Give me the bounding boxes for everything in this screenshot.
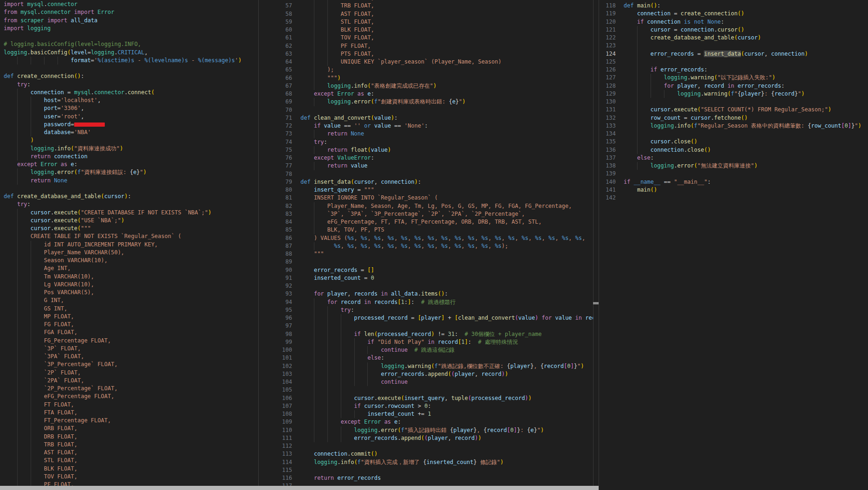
code-line[interactable]: logging.warning(f"{player}: {record}") xyxy=(624,90,868,98)
code-line[interactable]: `3P_Percentage` FLOAT, xyxy=(4,361,258,368)
line-number[interactable]: 65 xyxy=(259,66,292,74)
code-line[interactable]: logging.warning(f"跳過記錄,欄位數不正確: {player},… xyxy=(300,362,593,370)
pane-divider-left[interactable] xyxy=(258,0,259,490)
code-area[interactable]: DRB FLOAT, TRB FLOAT, AST FLOAT, STL FLO… xyxy=(300,0,593,490)
code-line[interactable]: else: xyxy=(300,354,593,362)
code-line[interactable]: logging.info(f"Regular_Season 表格中的資料總筆數:… xyxy=(624,122,868,130)
code-line[interactable]: BLK, TOV, PF, PTS xyxy=(300,226,593,234)
line-number[interactable]: 110 xyxy=(259,426,292,434)
code-line[interactable]: for record in records[1:]: # 跳過標題行 xyxy=(300,298,593,306)
line-number[interactable]: 59 xyxy=(259,18,292,26)
code-line[interactable] xyxy=(300,258,593,266)
code-line[interactable]: ) VALUES (%s, %s, %s, %s, %s, %s, %s, %s… xyxy=(300,234,593,242)
line-number[interactable]: 98 xyxy=(259,330,292,338)
code-line[interactable]: FTA FLOAT, xyxy=(4,409,258,417)
code-line[interactable] xyxy=(624,130,868,138)
code-line[interactable]: """) xyxy=(300,74,593,82)
pane-divider-middle[interactable] xyxy=(593,0,594,490)
code-line[interactable]: except ValueError: xyxy=(300,154,593,162)
editor-pane-right[interactable]: 1181191201211221231241251261271281291301… xyxy=(599,0,868,490)
code-line[interactable]: host='localhost', xyxy=(4,97,258,104)
line-number[interactable]: 61 xyxy=(259,34,292,42)
code-line[interactable]: error_records.append((player, record)) xyxy=(300,434,593,442)
line-number[interactable]: 93 xyxy=(259,290,292,298)
code-line[interactable]: `2PA` FLOAT, xyxy=(4,377,258,385)
code-line[interactable]: MP FLOAT, xyxy=(4,313,258,321)
code-line[interactable] xyxy=(4,64,258,72)
code-line[interactable]: logging.error(f"創建資料庫或表格時出錯: {e}") xyxy=(300,98,593,106)
code-line[interactable]: import mysql.connector xyxy=(4,0,258,8)
code-line[interactable]: STL FLOAT, xyxy=(4,457,258,464)
code-line[interactable]: PF FLOAT, xyxy=(300,42,593,50)
code-line[interactable]: user='root', xyxy=(4,113,258,121)
line-number[interactable]: 80 xyxy=(259,186,292,194)
code-line[interactable]: # logging.basicConfig(level=logging.INFO… xyxy=(4,40,258,48)
line-number[interactable]: 72 xyxy=(259,122,292,130)
line-number[interactable]: 77 xyxy=(259,162,292,170)
code-line[interactable]: def insert_data(cursor, connection): xyxy=(300,178,593,186)
line-number[interactable]: 86 xyxy=(259,234,292,242)
line-number[interactable]: 95 xyxy=(259,306,292,314)
code-line[interactable]: DRB FLOAT, xyxy=(4,433,258,441)
code-line[interactable]: `2P_Percentage` FLOAT, xyxy=(4,385,258,393)
code-line[interactable] xyxy=(624,194,868,202)
code-line[interactable]: logging.info("資料庫連接成功") xyxy=(4,145,258,153)
line-number[interactable]: 113 xyxy=(259,450,292,458)
code-line[interactable]: port='3306', xyxy=(4,104,258,112)
horizontal-scrollbar-track[interactable] xyxy=(0,486,599,490)
code-line[interactable]: except Error as e: xyxy=(300,418,593,426)
line-number[interactable]: 81 xyxy=(259,194,292,202)
line-number[interactable]: 128 xyxy=(599,82,616,90)
line-number[interactable]: 136 xyxy=(599,146,616,154)
code-line[interactable]: UNIQUE KEY `player_season` (Player_Name,… xyxy=(300,58,593,66)
line-number[interactable]: 90 xyxy=(259,266,292,274)
code-line[interactable]: connection = mysql.connector.connect( xyxy=(4,89,258,97)
code-line[interactable]: Age INT, xyxy=(4,264,258,272)
editor-pane-middle[interactable]: 5657585960616263646566676869707172737475… xyxy=(259,0,593,490)
code-line[interactable]: `2P` FLOAT, xyxy=(4,369,258,377)
code-line[interactable]: try: xyxy=(300,138,593,146)
code-line[interactable]: FG_Percentage FLOAT, xyxy=(4,337,258,345)
code-line[interactable]: if error_records: xyxy=(624,66,868,74)
line-number[interactable]: 89 xyxy=(259,258,292,266)
line-number[interactable]: 91 xyxy=(259,274,292,282)
line-number[interactable]: 78 xyxy=(259,170,292,178)
code-line[interactable]: AST FLOAT, xyxy=(4,449,258,457)
line-number[interactable]: 138 xyxy=(599,162,616,170)
code-line[interactable]: except Error as e: xyxy=(300,90,593,98)
code-line[interactable]: cursor.execute(""" xyxy=(4,225,258,232)
line-number[interactable]: 139 xyxy=(599,170,616,178)
editor-pane-left[interactable]: import mysql.connectorfrom mysql.connect… xyxy=(0,0,258,490)
code-line[interactable]: ); xyxy=(300,66,593,74)
code-line[interactable]: error_records.append((player, record)) xyxy=(300,370,593,378)
code-line[interactable]: cursor = connection.cursor() xyxy=(624,26,868,34)
line-number[interactable]: 101 xyxy=(259,354,292,362)
code-line[interactable]: def main(): xyxy=(624,2,868,10)
line-number[interactable]: 75 xyxy=(259,146,292,154)
code-line[interactable] xyxy=(300,170,593,178)
code-line[interactable]: from mysql.connector import Error xyxy=(4,8,258,16)
code-line[interactable]: connection.close() xyxy=(624,146,868,154)
code-line[interactable]: INSERT IGNORE INTO `Regular_Season` ( xyxy=(300,194,593,202)
line-number[interactable]: 140 xyxy=(599,178,616,186)
line-number[interactable]: 57 xyxy=(259,2,292,10)
line-number[interactable]: 121 xyxy=(599,26,616,34)
line-number[interactable]: 63 xyxy=(259,50,292,58)
line-number[interactable]: 99 xyxy=(259,338,292,346)
code-line[interactable]: database='NBA' xyxy=(4,129,258,136)
code-line[interactable] xyxy=(624,98,868,106)
code-line[interactable]: if cursor.rowcount > 0: xyxy=(300,402,593,410)
code-line[interactable]: return value xyxy=(300,162,593,170)
code-line[interactable]: logging.info(f"資料插入完成，新增了 {inserted_coun… xyxy=(300,458,593,466)
line-number[interactable]: 109 xyxy=(259,418,292,426)
line-number[interactable]: 60 xyxy=(259,26,292,34)
code-line[interactable]: row_count = cursor.fetchone() xyxy=(624,114,868,122)
line-number[interactable]: 82 xyxy=(259,202,292,210)
line-number[interactable]: 84 xyxy=(259,218,292,226)
gutter[interactable]: 1181191201211221231241251261271281291301… xyxy=(599,2,616,202)
code-line[interactable] xyxy=(300,386,593,394)
line-number[interactable]: 120 xyxy=(599,18,616,26)
code-line[interactable]: def create_database_and_table(cursor): xyxy=(4,193,258,200)
code-line[interactable]: BLK FLOAT, xyxy=(300,26,593,34)
line-number[interactable]: 107 xyxy=(259,402,292,410)
